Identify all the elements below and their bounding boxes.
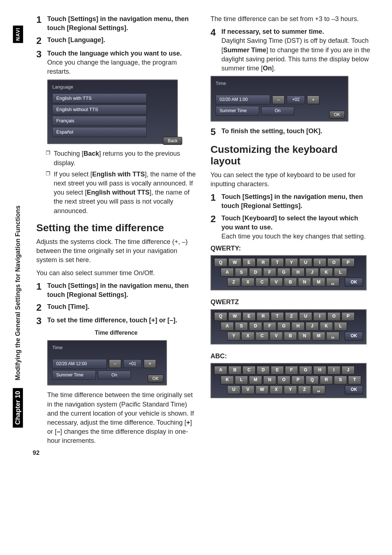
keyboard-key[interactable]: Q [306,376,319,384]
keyboard-key[interactable]: J [306,268,319,277]
keyboard-key[interactable]: Q [214,312,227,321]
bullet-item: ❐ If you select [English with TTS], the … [46,170,196,216]
back-button[interactable]: Back [163,137,182,145]
keyboard-key[interactable]: S [334,376,347,384]
keyboard-key[interactable]: J [342,366,355,375]
keyboard-key[interactable]: N [298,332,311,340]
keyboard-key[interactable]: I [313,258,326,267]
keyboard-key[interactable]: H [291,268,305,277]
keyboard-key[interactable]: M [312,332,325,340]
keyboard-key[interactable]: O [327,312,340,321]
keyboard-key[interactable]: S [235,268,248,277]
keyboard-key[interactable]: Z [298,385,311,394]
keyboard-key[interactable]: Q [214,258,227,267]
keyboard-key[interactable]: V [270,332,283,340]
keyboard-key[interactable]: O [277,376,290,384]
keyboard-key[interactable]: W [228,258,241,267]
keyboard-key[interactable]: D [249,322,262,331]
minus-button[interactable]: – [109,359,121,368]
keyboard-key[interactable]: H [291,322,305,331]
keyboard-key[interactable]: G [299,366,312,375]
keyboard-key[interactable]: G [277,268,290,277]
keyboard-key[interactable]: F [263,268,276,277]
plus-button[interactable]: + [307,95,319,104]
keyboard-key[interactable]: K [320,268,333,277]
keyboard-key[interactable]: C [242,366,256,375]
keyboard-key[interactable]: E [242,258,256,267]
keyboard-key[interactable]: S [235,322,248,331]
keyboard-key[interactable]: Y [227,332,240,340]
keyboard-key[interactable]: T [271,258,284,267]
step-number: 2 [211,214,221,241]
keyboard-key[interactable]: ␣ [312,385,325,394]
lang-option[interactable]: Français [52,116,147,126]
keyboard-key[interactable]: B [228,366,241,375]
keyboard-key[interactable]: L [235,376,248,384]
keyboard-key[interactable]: T [271,312,284,321]
keyboard-key[interactable]: L [334,322,347,331]
keyboard-key[interactable]: D [257,366,270,375]
step-head: Touch the language which you want to use… [47,49,196,58]
keyboard-key[interactable]: A [214,366,227,375]
keyboard-key[interactable]: P [342,258,355,267]
lang-option[interactable]: Español [52,127,147,137]
keyboard-key[interactable]: B [284,332,297,340]
keyboard-key[interactable]: A [221,322,234,331]
keyboard-key[interactable]: N [298,278,311,286]
keyboard-key[interactable]: ␣ [326,332,339,340]
keyboard-key[interactable]: ␣ [326,278,339,286]
keyboard-key[interactable]: V [241,385,254,394]
keyboard-key[interactable]: K [221,376,234,384]
keyboard-key[interactable]: C [256,332,269,340]
summer-time-button[interactable]: Summer Time [216,106,259,116]
keyboard-key[interactable]: V [270,278,283,286]
keyboard-key[interactable]: H [313,366,326,375]
keyboard-key[interactable]: R [320,376,333,384]
keyboard-key[interactable]: Y [284,385,297,394]
keyboard-key[interactable]: X [241,278,254,286]
ok-button[interactable]: OK [329,111,345,119]
keyboard-key[interactable]: R [257,258,270,267]
keyboard-key[interactable]: C [256,278,269,286]
ok-button[interactable]: OK [148,375,163,383]
keyboard-key[interactable]: M [249,376,262,384]
keyboard-key[interactable]: Z [285,312,298,321]
keyboard-key[interactable]: N [263,376,276,384]
keyboard-ok-button[interactable]: OK [345,332,363,340]
keyboard-key[interactable]: P [342,312,355,321]
keyboard-key[interactable]: Y [285,258,298,267]
keyboard-key[interactable]: I [313,312,326,321]
keyboard-key[interactable]: K [320,322,333,331]
keyboard-key[interactable]: M [312,278,325,286]
keyboard-key[interactable]: O [327,258,340,267]
keyboard-key[interactable]: X [241,332,254,340]
minus-button[interactable]: – [272,95,285,104]
keyboard-key[interactable]: T [348,376,361,384]
keyboard-key[interactable]: L [334,268,347,277]
keyboard-key[interactable]: F [285,366,298,375]
keyboard-key[interactable]: F [263,322,276,331]
keyboard-key[interactable]: D [249,268,262,277]
keyboard-key[interactable]: U [227,385,240,394]
keyboard-key[interactable]: E [242,312,256,321]
keyboard-key[interactable]: W [228,312,241,321]
keyboard-ok-button[interactable]: OK [345,385,363,394]
keyboard-key[interactable]: Z [227,278,240,286]
keyboard-key[interactable]: U [299,258,312,267]
plus-button[interactable]: + [144,359,156,368]
summer-time-button[interactable]: Summer Time [52,370,96,380]
keyboard-key[interactable]: J [306,322,319,331]
keyboard-key[interactable]: A [221,268,234,277]
keyboard-key[interactable]: B [284,278,297,286]
keyboard-key[interactable]: P [291,376,305,384]
keyboard-key[interactable]: W [256,385,269,394]
keyboard-key[interactable]: X [270,385,283,394]
keyboard-key[interactable]: U [299,312,312,321]
keyboard-ok-button[interactable]: OK [345,278,363,286]
keyboard-key[interactable]: I [327,366,340,375]
keyboard-key[interactable]: G [277,322,290,331]
lang-option[interactable]: English with TTS [52,93,147,103]
keyboard-key[interactable]: E [271,366,284,375]
keyboard-key[interactable]: R [257,312,270,321]
lang-option[interactable]: English without TTS [52,105,147,115]
